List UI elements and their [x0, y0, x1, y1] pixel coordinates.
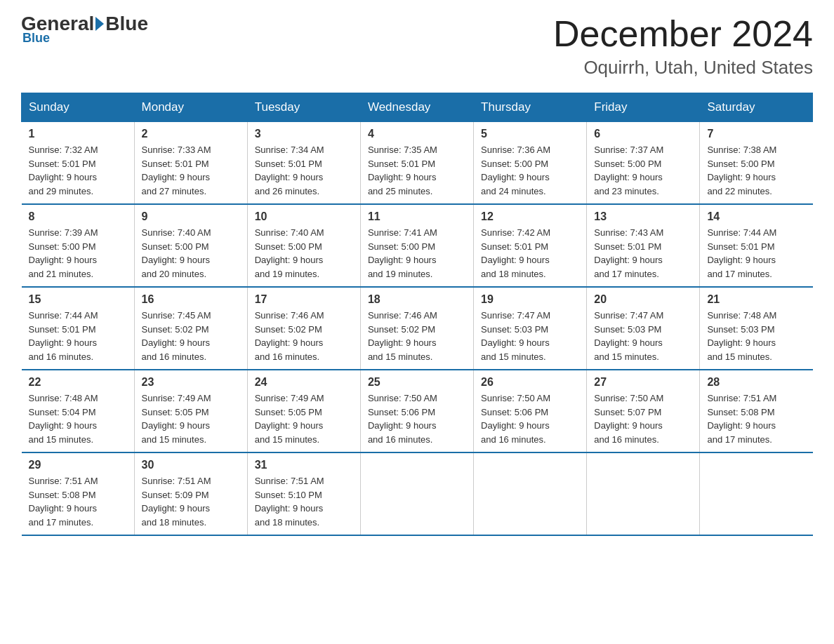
- location-title: Oquirrh, Utah, United States: [553, 57, 813, 79]
- day-info: Sunrise: 7:34 AMSunset: 5:01 PMDaylight:…: [255, 143, 353, 198]
- calendar-cell: [587, 452, 700, 535]
- day-info: Sunrise: 7:48 AMSunset: 5:03 PMDaylight:…: [707, 309, 805, 363]
- day-number: 30: [142, 459, 240, 471]
- calendar-cell: 21Sunrise: 7:48 AMSunset: 5:03 PMDayligh…: [700, 287, 813, 370]
- calendar-week-row: 29Sunrise: 7:51 AMSunset: 5:08 PMDayligh…: [22, 452, 813, 535]
- day-number: 11: [368, 210, 466, 223]
- calendar-cell: 10Sunrise: 7:40 AMSunset: 5:00 PMDayligh…: [247, 204, 360, 287]
- calendar-cell: 8Sunrise: 7:39 AMSunset: 5:00 PMDaylight…: [22, 204, 135, 287]
- day-number: 9: [142, 210, 240, 223]
- calendar-cell: 2Sunrise: 7:33 AMSunset: 5:01 PMDaylight…: [134, 122, 247, 205]
- day-number: 19: [481, 293, 579, 306]
- day-info: Sunrise: 7:46 AMSunset: 5:02 PMDaylight:…: [255, 309, 353, 363]
- day-number: 10: [255, 210, 353, 223]
- calendar-cell: 13Sunrise: 7:43 AMSunset: 5:01 PMDayligh…: [587, 204, 700, 287]
- header-saturday: Saturday: [700, 93, 813, 122]
- day-info: Sunrise: 7:44 AMSunset: 5:01 PMDaylight:…: [707, 226, 805, 281]
- day-info: Sunrise: 7:42 AMSunset: 5:01 PMDaylight:…: [481, 226, 579, 281]
- day-info: Sunrise: 7:38 AMSunset: 5:00 PMDaylight:…: [707, 143, 805, 198]
- calendar-cell: 7Sunrise: 7:38 AMSunset: 5:00 PMDaylight…: [700, 122, 813, 205]
- calendar-cell: 11Sunrise: 7:41 AMSunset: 5:00 PMDayligh…: [360, 204, 473, 287]
- day-number: 4: [368, 128, 466, 140]
- day-number: 26: [481, 376, 579, 389]
- day-number: 15: [29, 293, 127, 306]
- day-info: Sunrise: 7:40 AMSunset: 5:00 PMDaylight:…: [142, 226, 240, 281]
- calendar-cell: 15Sunrise: 7:44 AMSunset: 5:01 PMDayligh…: [22, 287, 135, 370]
- calendar-cell: 29Sunrise: 7:51 AMSunset: 5:08 PMDayligh…: [22, 452, 135, 535]
- header-thursday: Thursday: [474, 93, 587, 122]
- calendar-body: 1Sunrise: 7:32 AMSunset: 5:01 PMDaylight…: [22, 122, 813, 536]
- logo-subtitle: Blue: [22, 31, 50, 46]
- calendar-cell: 18Sunrise: 7:46 AMSunset: 5:02 PMDayligh…: [360, 287, 473, 370]
- logo: General Blue Blue: [21, 14, 148, 46]
- calendar-cell: 14Sunrise: 7:44 AMSunset: 5:01 PMDayligh…: [700, 204, 813, 287]
- day-info: Sunrise: 7:35 AMSunset: 5:01 PMDaylight:…: [368, 143, 466, 198]
- day-info: Sunrise: 7:32 AMSunset: 5:01 PMDaylight:…: [29, 143, 127, 198]
- day-number: 22: [29, 376, 127, 389]
- day-info: Sunrise: 7:46 AMSunset: 5:02 PMDaylight:…: [368, 309, 466, 363]
- header-sunday: Sunday: [22, 93, 135, 122]
- day-number: 23: [142, 376, 240, 389]
- day-number: 29: [29, 459, 127, 471]
- calendar-cell: 28Sunrise: 7:51 AMSunset: 5:08 PMDayligh…: [700, 370, 813, 452]
- day-info: Sunrise: 7:39 AMSunset: 5:00 PMDaylight:…: [29, 226, 127, 281]
- month-title: December 2024: [553, 14, 813, 54]
- day-number: 24: [255, 376, 353, 389]
- day-info: Sunrise: 7:50 AMSunset: 5:06 PMDaylight:…: [481, 391, 579, 446]
- day-number: 31: [255, 459, 353, 471]
- calendar-cell: 23Sunrise: 7:49 AMSunset: 5:05 PMDayligh…: [134, 370, 247, 452]
- day-info: Sunrise: 7:40 AMSunset: 5:00 PMDaylight:…: [255, 226, 353, 281]
- day-number: 28: [707, 376, 805, 389]
- header-friday: Friday: [587, 93, 700, 122]
- header-monday: Monday: [134, 93, 247, 122]
- day-info: Sunrise: 7:41 AMSunset: 5:00 PMDaylight:…: [368, 226, 466, 281]
- day-info: Sunrise: 7:47 AMSunset: 5:03 PMDaylight:…: [481, 309, 579, 363]
- calendar-cell: 24Sunrise: 7:49 AMSunset: 5:05 PMDayligh…: [247, 370, 360, 452]
- day-number: 3: [255, 128, 353, 140]
- day-number: 8: [29, 210, 127, 223]
- day-info: Sunrise: 7:50 AMSunset: 5:06 PMDaylight:…: [368, 391, 466, 446]
- day-number: 27: [594, 376, 692, 389]
- calendar-cell: 9Sunrise: 7:40 AMSunset: 5:00 PMDaylight…: [134, 204, 247, 287]
- day-info: Sunrise: 7:47 AMSunset: 5:03 PMDaylight:…: [594, 309, 692, 363]
- day-info: Sunrise: 7:44 AMSunset: 5:01 PMDaylight:…: [29, 309, 127, 363]
- day-number: 7: [707, 128, 805, 140]
- page-header: General Blue Blue December 2024 Oquirrh,…: [21, 14, 813, 79]
- calendar-cell: 5Sunrise: 7:36 AMSunset: 5:00 PMDaylight…: [474, 122, 587, 205]
- day-info: Sunrise: 7:51 AMSunset: 5:09 PMDaylight:…: [142, 474, 240, 529]
- calendar-cell: 1Sunrise: 7:32 AMSunset: 5:01 PMDaylight…: [22, 122, 135, 205]
- day-number: 12: [481, 210, 579, 223]
- day-info: Sunrise: 7:48 AMSunset: 5:04 PMDaylight:…: [29, 391, 127, 446]
- calendar-header: SundayMondayTuesdayWednesdayThursdayFrid…: [22, 93, 813, 122]
- header-tuesday: Tuesday: [247, 93, 360, 122]
- calendar-week-row: 22Sunrise: 7:48 AMSunset: 5:04 PMDayligh…: [22, 370, 813, 452]
- calendar-cell: 31Sunrise: 7:51 AMSunset: 5:10 PMDayligh…: [247, 452, 360, 535]
- calendar-cell: [474, 452, 587, 535]
- calendar-cell: 25Sunrise: 7:50 AMSunset: 5:06 PMDayligh…: [360, 370, 473, 452]
- logo-arrow-icon: [95, 17, 104, 31]
- day-info: Sunrise: 7:51 AMSunset: 5:08 PMDaylight:…: [29, 474, 127, 529]
- day-number: 13: [594, 210, 692, 223]
- calendar-cell: 6Sunrise: 7:37 AMSunset: 5:00 PMDaylight…: [587, 122, 700, 205]
- day-number: 17: [255, 293, 353, 306]
- day-number: 20: [594, 293, 692, 306]
- calendar-week-row: 1Sunrise: 7:32 AMSunset: 5:01 PMDaylight…: [22, 122, 813, 205]
- header-wednesday: Wednesday: [360, 93, 473, 122]
- day-info: Sunrise: 7:45 AMSunset: 5:02 PMDaylight:…: [142, 309, 240, 363]
- day-info: Sunrise: 7:49 AMSunset: 5:05 PMDaylight:…: [142, 391, 240, 446]
- title-section: December 2024 Oquirrh, Utah, United Stat…: [553, 14, 813, 79]
- day-number: 25: [368, 376, 466, 389]
- day-info: Sunrise: 7:51 AMSunset: 5:10 PMDaylight:…: [255, 474, 353, 529]
- calendar-cell: 12Sunrise: 7:42 AMSunset: 5:01 PMDayligh…: [474, 204, 587, 287]
- day-info: Sunrise: 7:50 AMSunset: 5:07 PMDaylight:…: [594, 391, 692, 446]
- calendar-cell: 26Sunrise: 7:50 AMSunset: 5:06 PMDayligh…: [474, 370, 587, 452]
- day-number: 14: [707, 210, 805, 223]
- calendar-cell: [360, 452, 473, 535]
- calendar-table: SundayMondayTuesdayWednesdayThursdayFrid…: [21, 93, 813, 536]
- day-info: Sunrise: 7:49 AMSunset: 5:05 PMDaylight:…: [255, 391, 353, 446]
- day-info: Sunrise: 7:51 AMSunset: 5:08 PMDaylight:…: [707, 391, 805, 446]
- calendar-cell: 17Sunrise: 7:46 AMSunset: 5:02 PMDayligh…: [247, 287, 360, 370]
- calendar-week-row: 8Sunrise: 7:39 AMSunset: 5:00 PMDaylight…: [22, 204, 813, 287]
- calendar-cell: 20Sunrise: 7:47 AMSunset: 5:03 PMDayligh…: [587, 287, 700, 370]
- calendar-cell: 16Sunrise: 7:45 AMSunset: 5:02 PMDayligh…: [134, 287, 247, 370]
